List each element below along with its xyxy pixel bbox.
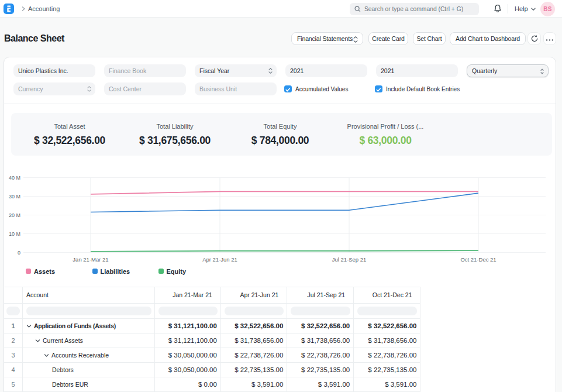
svg-text:0: 0 bbox=[18, 250, 20, 256]
svg-text:Oct 21-Dec 21: Oct 21-Dec 21 bbox=[460, 256, 496, 263]
svg-text:Apr 21-Jun 21: Apr 21-Jun 21 bbox=[202, 256, 237, 263]
svg-text:30 M: 30 M bbox=[9, 194, 20, 200]
svg-text:20 M: 20 M bbox=[9, 212, 20, 218]
svg-text:40 M: 40 M bbox=[9, 175, 20, 181]
svg-text:Jan 21-Mar 21: Jan 21-Mar 21 bbox=[73, 256, 108, 263]
svg-text:10 M: 10 M bbox=[9, 231, 20, 237]
svg-text:Jul 21-Sep 21: Jul 21-Sep 21 bbox=[332, 256, 367, 263]
